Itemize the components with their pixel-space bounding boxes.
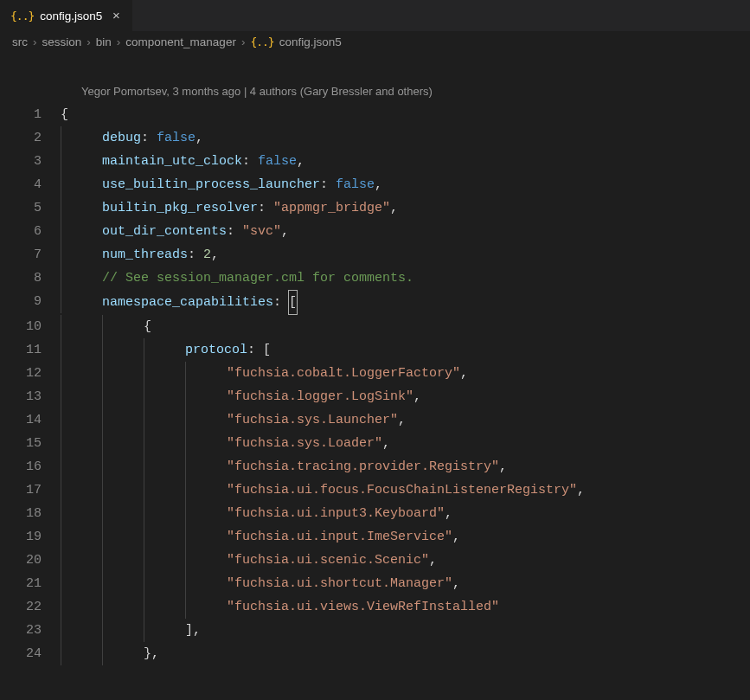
code-content[interactable]: ], — [185, 619, 201, 642]
code-line[interactable]: 2debug: false, — [0, 126, 750, 150]
json5-icon: {..} — [250, 35, 273, 48]
code-line[interactable]: 3maintain_utc_clock: false, — [0, 150, 750, 173]
line-number[interactable]: 12 — [0, 362, 61, 385]
code-content[interactable]: "fuchsia.sys.Loader", — [227, 432, 390, 455]
code-content[interactable]: num_threads: 2, — [102, 243, 219, 267]
line-number[interactable]: 22 — [0, 595, 61, 619]
code-line[interactable]: 10{ — [0, 315, 750, 338]
json5-icon: {..} — [10, 10, 34, 22]
indent-guides — [61, 502, 227, 525]
line-number[interactable]: 8 — [0, 267, 61, 290]
indent-guides — [61, 150, 102, 173]
line-number[interactable]: 19 — [0, 525, 61, 549]
line-number[interactable]: 10 — [0, 315, 61, 338]
code-line[interactable]: 20"fuchsia.ui.scenic.Scenic", — [0, 549, 750, 572]
code-line[interactable]: 19"fuchsia.ui.input.ImeService", — [0, 525, 750, 549]
code-content[interactable]: "fuchsia.logger.LogSink", — [227, 385, 421, 408]
line-number[interactable]: 3 — [0, 150, 61, 173]
line-number[interactable]: 5 — [0, 196, 61, 220]
chevron-right-icon: › — [240, 35, 247, 48]
code-content[interactable]: { — [61, 103, 68, 126]
breadcrumb-segment[interactable]: bin — [96, 35, 112, 48]
code-content[interactable]: "fuchsia.ui.input.ImeService", — [227, 525, 460, 549]
indent-guides — [61, 408, 227, 432]
line-number[interactable]: 16 — [0, 455, 61, 478]
line-number[interactable]: 24 — [0, 642, 61, 665]
code-line[interactable]: 7num_threads: 2, — [0, 243, 750, 267]
breadcrumb-segment[interactable]: session — [42, 35, 82, 48]
code-content[interactable]: "fuchsia.ui.shortcut.Manager", — [227, 572, 460, 595]
code-content[interactable]: { — [144, 315, 151, 338]
code-content[interactable]: "fuchsia.ui.views.ViewRefInstalled" — [227, 595, 499, 619]
code-content[interactable]: "fuchsia.ui.input3.Keyboard", — [227, 502, 452, 525]
close-icon[interactable]: × — [108, 8, 124, 23]
code-content[interactable]: namespace_capabilities: [ — [102, 290, 297, 315]
breadcrumb-segment[interactable]: src — [12, 35, 28, 48]
line-number[interactable]: 1 — [0, 103, 61, 126]
chevron-right-icon: › — [85, 35, 93, 48]
code-content[interactable]: }, — [144, 642, 159, 665]
code-line[interactable]: 13"fuchsia.logger.LogSink", — [0, 385, 750, 408]
code-editor[interactable]: 1{2debug: false,3maintain_utc_clock: fal… — [0, 103, 750, 665]
line-number[interactable]: 4 — [0, 173, 61, 196]
code-content[interactable]: out_dir_contents: "svc", — [102, 220, 289, 243]
line-number[interactable]: 2 — [0, 126, 61, 150]
code-line[interactable]: 24}, — [0, 642, 750, 665]
code-content[interactable]: "fuchsia.sys.Launcher", — [227, 408, 406, 432]
breadcrumb: src › session › bin › component_manager … — [0, 31, 750, 52]
code-line[interactable]: 12"fuchsia.cobalt.LoggerFactory", — [0, 362, 750, 385]
tab-bar: {..} config.json5 × — [0, 0, 750, 31]
code-line[interactable]: 17"fuchsia.ui.focus.FocusChainListenerRe… — [0, 478, 750, 502]
tab-label: config.json5 — [40, 10, 102, 22]
indent-guides — [61, 220, 102, 243]
line-number[interactable]: 17 — [0, 478, 61, 502]
line-number[interactable]: 6 — [0, 220, 61, 243]
line-number[interactable]: 23 — [0, 619, 61, 642]
code-content[interactable]: // See session_manager.cml for comments. — [102, 267, 413, 290]
code-content[interactable]: use_builtin_process_launcher: false, — [102, 173, 382, 196]
line-number[interactable]: 14 — [0, 408, 61, 432]
git-blame-codelens[interactable]: Yegor Pomortsev, 3 months ago | 4 author… — [0, 52, 750, 103]
code-line[interactable]: 15"fuchsia.sys.Loader", — [0, 432, 750, 455]
line-number[interactable]: 9 — [0, 290, 61, 313]
indent-guides — [61, 173, 102, 196]
breadcrumb-file[interactable]: config.json5 — [279, 35, 342, 48]
code-line[interactable]: 5builtin_pkg_resolver: "appmgr_bridge", — [0, 196, 750, 220]
code-content[interactable]: "fuchsia.cobalt.LoggerFactory", — [227, 362, 468, 385]
line-number[interactable]: 20 — [0, 549, 61, 572]
indent-guides — [61, 126, 102, 150]
code-content[interactable]: "fuchsia.tracing.provider.Registry", — [227, 455, 507, 478]
indent-guides — [61, 315, 144, 338]
code-line[interactable]: 14"fuchsia.sys.Launcher", — [0, 408, 750, 432]
code-line[interactable]: 11protocol: [ — [0, 338, 750, 362]
line-number[interactable]: 13 — [0, 385, 61, 408]
code-line[interactable]: 16"fuchsia.tracing.provider.Registry", — [0, 455, 750, 478]
indent-guides — [61, 362, 227, 385]
code-line[interactable]: 8// See session_manager.cml for comments… — [0, 267, 750, 290]
indent-guides — [61, 549, 227, 572]
code-line[interactable]: 6out_dir_contents: "svc", — [0, 220, 750, 243]
code-content[interactable]: "fuchsia.ui.focus.FocusChainListenerRegi… — [227, 478, 585, 502]
line-number[interactable]: 18 — [0, 502, 61, 525]
code-line[interactable]: 18"fuchsia.ui.input3.Keyboard", — [0, 502, 750, 525]
indent-guides — [61, 243, 102, 267]
indent-guides — [61, 432, 227, 455]
line-number[interactable]: 15 — [0, 432, 61, 455]
code-line[interactable]: 9namespace_capabilities: [ — [0, 290, 750, 315]
code-content[interactable]: debug: false, — [102, 126, 203, 150]
code-line[interactable]: 21"fuchsia.ui.shortcut.Manager", — [0, 572, 750, 595]
code-content[interactable]: protocol: [ — [185, 338, 271, 362]
line-number[interactable]: 7 — [0, 243, 61, 267]
breadcrumb-segment[interactable]: component_manager — [125, 35, 236, 48]
line-number[interactable]: 11 — [0, 338, 61, 362]
code-line[interactable]: 4use_builtin_process_launcher: false, — [0, 173, 750, 196]
code-content[interactable]: maintain_utc_clock: false, — [102, 150, 304, 173]
tab-config-json5[interactable]: {..} config.json5 × — [0, 0, 133, 31]
code-content[interactable]: builtin_pkg_resolver: "appmgr_bridge", — [102, 196, 398, 220]
line-number[interactable]: 21 — [0, 572, 61, 595]
code-line[interactable]: 23], — [0, 619, 750, 642]
code-line[interactable]: 1{ — [0, 103, 750, 126]
code-content[interactable]: "fuchsia.ui.scenic.Scenic", — [227, 549, 437, 572]
code-line[interactable]: 22"fuchsia.ui.views.ViewRefInstalled" — [0, 595, 750, 619]
indent-guides — [61, 572, 227, 595]
